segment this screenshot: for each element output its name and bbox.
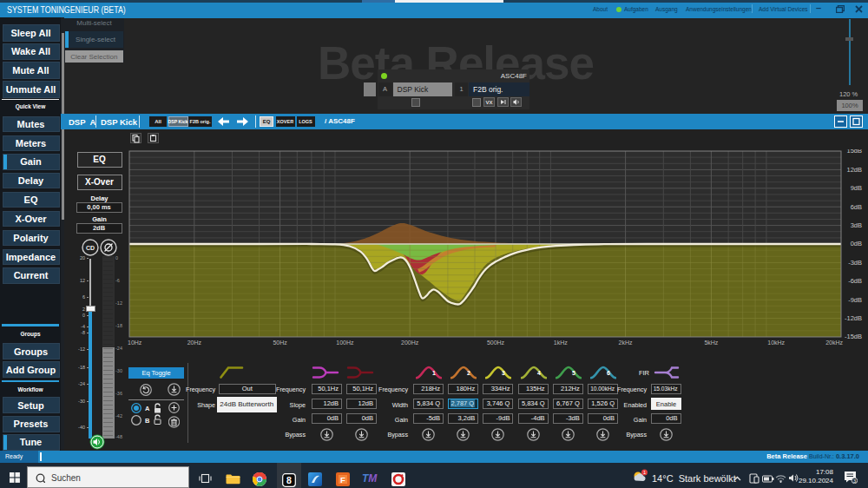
svg-text:F: F	[340, 475, 345, 485]
svg-text:10kHz: 10kHz	[767, 340, 785, 346]
svg-text:5: 5	[572, 370, 575, 376]
svg-text:5kHz: 5kHz	[704, 340, 718, 346]
svg-text:15dB: 15dB	[846, 149, 862, 155]
svg-text:1: 1	[643, 470, 646, 475]
svg-text:2: 2	[467, 370, 470, 376]
svg-text:6: 6	[607, 370, 610, 376]
svg-text:1kHz: 1kHz	[554, 340, 568, 346]
svg-text:20kHz: 20kHz	[825, 340, 843, 346]
svg-text:200Hz: 200Hz	[401, 340, 419, 346]
svg-text:3dB: 3dB	[851, 221, 862, 229]
svg-text:500Hz: 500Hz	[487, 340, 505, 346]
svg-text:12dB: 12dB	[846, 166, 862, 174]
svg-text:CD: CD	[86, 245, 95, 251]
svg-text:-3dB: -3dB	[848, 259, 862, 267]
svg-text:-6dB: -6dB	[848, 277, 862, 285]
svg-text:9dB: 9dB	[851, 184, 862, 192]
svg-text:2kHz: 2kHz	[619, 340, 633, 346]
svg-text:-12dB: -12dB	[845, 314, 862, 322]
svg-text:-15dB: -15dB	[845, 333, 862, 340]
svg-text:3: 3	[853, 478, 856, 484]
svg-text:1: 1	[432, 370, 436, 376]
svg-text:3: 3	[502, 370, 505, 376]
svg-text:6dB: 6dB	[851, 203, 862, 211]
svg-text:20Hz: 20Hz	[187, 340, 202, 346]
svg-text:0dB: 0dB	[851, 240, 862, 247]
svg-text:50Hz: 50Hz	[273, 340, 287, 346]
svg-text:4: 4	[537, 370, 541, 376]
svg-text:-9dB: -9dB	[848, 296, 862, 304]
svg-text:8: 8	[286, 475, 292, 485]
svg-text:100Hz: 100Hz	[336, 340, 354, 346]
svg-text:10Hz: 10Hz	[128, 340, 142, 346]
